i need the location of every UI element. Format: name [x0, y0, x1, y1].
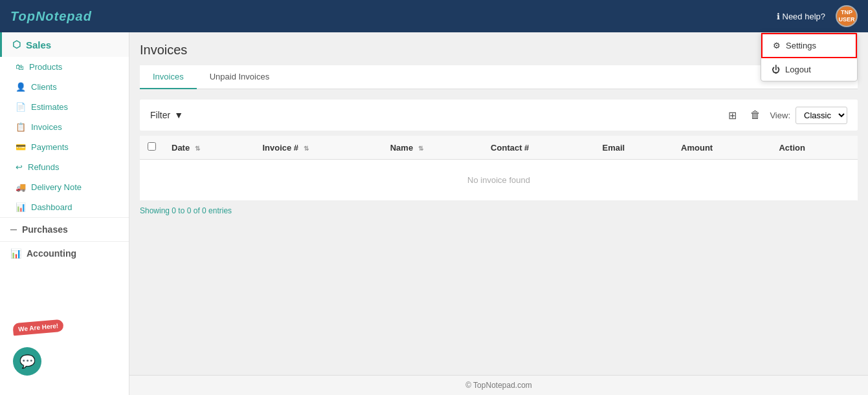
clients-label: Clients — [31, 82, 57, 92]
logo: TopNotepad — [10, 9, 92, 24]
sidebar-section-purchases[interactable]: ─ Purchases — [0, 217, 129, 241]
estimates-label: Estimates — [31, 102, 68, 112]
dashboard-label: Dashboard — [31, 202, 72, 212]
avatar-initials: TNPUSER — [838, 9, 854, 23]
accounting-label: Accounting — [27, 248, 76, 259]
purchases-section-icon: ─ — [10, 224, 17, 235]
table-body: No invoice found — [140, 160, 858, 201]
col-amount: Amount — [673, 136, 771, 160]
invoices-label: Invoices — [31, 122, 62, 132]
filter-label: Filter — [150, 110, 170, 120]
sidebar-item-products[interactable]: 🛍 Products — [0, 57, 129, 77]
sidebar-item-clients[interactable]: 👤 Clients — [0, 77, 129, 97]
logo-text: TopNotepad — [10, 9, 92, 23]
chat-open-button[interactable]: 💬 — [13, 347, 41, 376]
invoices-table-container: Date ⇅ Invoice # ⇅ Name ⇅ Contact # Emai… — [140, 136, 858, 201]
settings-icon: ⚙ — [773, 41, 781, 50]
layout: ⬡ Sales 🛍 Products 👤 Clients 📄 Estimates… — [0, 32, 868, 395]
sidebar-item-estimates[interactable]: 📄 Estimates — [0, 97, 129, 117]
date-sort-icon[interactable]: ⇅ — [195, 145, 200, 152]
delivery-label: Delivery Note — [31, 182, 82, 192]
payments-label: Payments — [31, 142, 69, 152]
chat-icon: 💬 — [19, 354, 36, 369]
col-contact: Contact # — [483, 136, 594, 160]
tab-invoices[interactable]: Invoices — [140, 65, 197, 89]
name-sort-icon[interactable]: ⇅ — [418, 145, 423, 152]
sales-icon: ⬡ — [12, 39, 21, 50]
sidebar-item-invoices[interactable]: 📋 Invoices — [0, 117, 129, 137]
filter-bar: Filter ▼ ⊞ 🗑 View: Classic — [140, 100, 858, 131]
no-data-cell: No invoice found — [140, 160, 858, 201]
sidebar-item-payments[interactable]: 💳 Payments — [0, 137, 129, 157]
sidebar-item-refunds[interactable]: ↩ Refunds — [0, 157, 129, 177]
payments-icon: 💳 — [16, 142, 26, 152]
col-date: Date ⇅ — [164, 136, 254, 160]
col-invoice-number: Invoice # ⇅ — [254, 136, 382, 160]
logout-menu-item[interactable]: ⏻ Logout — [761, 58, 857, 81]
showing-text: Showing 0 to 0 of 0 entries — [140, 201, 858, 220]
accounting-section-icon: 📊 — [10, 248, 21, 259]
delete-button[interactable]: 🗑 — [746, 106, 764, 124]
purchases-label: Purchases — [22, 224, 68, 235]
view-select[interactable]: Classic — [796, 107, 847, 124]
settings-menu-item[interactable]: ⚙ Settings — [761, 33, 857, 58]
clients-icon: 👤 — [16, 82, 26, 92]
page-title: Invoices — [140, 43, 858, 58]
user-dropdown: ⚙ Settings ⏻ Logout — [761, 32, 858, 81]
logout-label: Logout — [785, 65, 811, 74]
refunds-label: Refunds — [28, 162, 59, 172]
invoice-sort-icon[interactable]: ⇅ — [304, 145, 309, 152]
sidebar-section-sales[interactable]: ⬡ Sales — [0, 32, 129, 57]
user-avatar[interactable]: TNPUSER — [836, 5, 858, 27]
dashboard-icon: 📊 — [16, 202, 26, 212]
filter-icon: ▼ — [174, 110, 183, 120]
tab-unpaid-label: Unpaid Invoices — [210, 72, 270, 81]
refunds-icon: ↩ — [16, 162, 23, 172]
col-action: Action — [771, 136, 858, 160]
col-checkbox — [140, 136, 164, 160]
col-email: Email — [595, 136, 674, 160]
view-label: View: — [770, 111, 790, 120]
filter-button[interactable]: Filter ▼ — [150, 110, 183, 120]
help-icon: ℹ — [777, 12, 780, 21]
filter-actions: ⊞ 🗑 View: Classic — [723, 106, 847, 124]
export-button[interactable]: ⊞ — [723, 106, 741, 124]
col-name: Name ⇅ — [383, 136, 483, 160]
header-right: ℹ Need help? TNPUSER — [777, 5, 858, 27]
tab-invoices-label: Invoices — [153, 72, 184, 81]
estimates-icon: 📄 — [16, 102, 26, 112]
settings-label: Settings — [786, 41, 816, 50]
trash-icon: 🗑 — [750, 109, 761, 121]
header: TopNotepad ℹ Need help? TNPUSER ⚙ Settin… — [0, 0, 868, 32]
sidebar-section-accounting[interactable]: 📊 Accounting — [0, 241, 129, 265]
main-area: Invoices Invoices Unpaid Invoices Filter… — [129, 32, 868, 395]
sidebar-section-sales-label: Sales — [26, 39, 51, 50]
invoices-icon: 📋 — [16, 122, 26, 132]
sidebar-item-dashboard[interactable]: 📊 Dashboard — [0, 197, 129, 217]
products-icon: 🛍 — [16, 62, 24, 72]
copyright-text: © TopNotepad.com — [465, 381, 532, 390]
delivery-icon: 🚚 — [16, 182, 26, 192]
chat-widget: We Are Here! 💬 — [13, 334, 41, 376]
need-help-button[interactable]: ℹ Need help? — [777, 12, 826, 21]
main-content: Invoices Invoices Unpaid Invoices Filter… — [129, 32, 868, 375]
logout-icon: ⏻ — [772, 65, 780, 74]
select-all-checkbox[interactable] — [148, 142, 156, 151]
products-label: Products — [29, 62, 62, 72]
tab-unpaid-invoices[interactable]: Unpaid Invoices — [197, 65, 283, 89]
export-icon: ⊞ — [728, 109, 737, 122]
footer: © TopNotepad.com — [129, 375, 868, 395]
table-header: Date ⇅ Invoice # ⇅ Name ⇅ Contact # Emai… — [140, 136, 858, 160]
tabs-container: Invoices Unpaid Invoices — [140, 65, 858, 89]
need-help-label: Need help? — [783, 12, 826, 21]
no-data-row: No invoice found — [140, 160, 858, 201]
invoices-table: Date ⇅ Invoice # ⇅ Name ⇅ Contact # Emai… — [140, 136, 858, 201]
sidebar-item-delivery-note[interactable]: 🚚 Delivery Note — [0, 177, 129, 197]
